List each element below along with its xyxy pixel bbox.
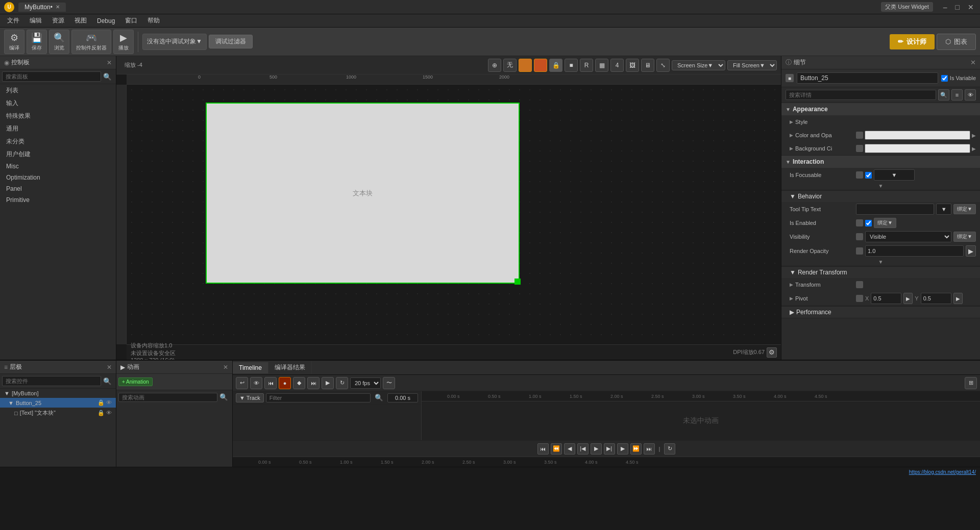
behavior-expand-arrow[interactable]: ▼ — [878, 259, 884, 265]
canvas-tool-none[interactable]: 无 — [503, 59, 517, 72]
color-opacity-dot[interactable] — [856, 132, 863, 139]
prev-key-button[interactable]: ⏪ — [551, 443, 562, 455]
layer-search-input[interactable] — [2, 376, 101, 386]
render-opacity-arrow[interactable]: ▶ — [966, 245, 976, 257]
transform-dot[interactable] — [856, 281, 863, 288]
pivot-y-input[interactable] — [921, 293, 951, 304]
curve-button[interactable]: 〜 — [383, 377, 395, 389]
layer-panel-close[interactable]: ✕ — [107, 364, 112, 371]
fps-select[interactable]: 20 fps — [350, 377, 381, 389]
add-key-button[interactable]: ◆ — [293, 377, 305, 389]
canvas-tool-lock[interactable]: 🔒 — [549, 59, 562, 72]
record-button[interactable]: ● — [279, 377, 291, 389]
canvas-tool-r[interactable]: R — [580, 59, 593, 72]
next-key-button[interactable]: ⏩ — [630, 443, 642, 455]
menu-window[interactable]: 窗口 — [120, 15, 142, 26]
pivot-x-arrow[interactable]: ▶ — [903, 293, 913, 304]
palette-search-button[interactable]: 🔍 — [101, 72, 114, 82]
canvas-tool-box[interactable]: ■ — [565, 59, 578, 72]
status-url[interactable]: https://blog.csdn.net/geralt14/ — [909, 469, 976, 475]
add-animation-button[interactable]: + Animation — [118, 377, 153, 386]
palette-item-uncategorized[interactable]: 未分类 — [0, 135, 116, 148]
layer-item-button25[interactable]: ▼ Button_25 🔒 👁 — [0, 398, 116, 408]
timeline-tab-compiler[interactable]: 编译器结果 — [268, 361, 312, 374]
widget-canvas-box[interactable]: 文本块 — [206, 103, 520, 284]
pivot-dot[interactable] — [856, 295, 863, 302]
track-time-input[interactable] — [387, 393, 418, 402]
loop-button[interactable]: ↻ — [336, 377, 348, 389]
bg-color-dot[interactable] — [856, 145, 863, 152]
prev-frame-ctrl-button[interactable]: |◀ — [577, 443, 589, 455]
compile-button[interactable]: ⚙ 编译 — [4, 30, 24, 54]
visibility-bind-button[interactable]: 绑定▼ — [953, 232, 976, 242]
designer-button[interactable]: ✏ 设计师 — [890, 34, 935, 49]
canvas-tool-color2[interactable] — [534, 59, 547, 72]
menu-edit[interactable]: 编辑 — [24, 15, 47, 26]
canvas-tool-grid[interactable]: ▦ — [595, 59, 608, 72]
appearance-section-header[interactable]: ▼ Appearance — [781, 103, 980, 115]
color-opacity-expand-button[interactable]: ▶ — [972, 133, 976, 138]
play-button[interactable]: ▶ 播放 — [113, 30, 134, 54]
pivot-x-input[interactable] — [871, 293, 901, 304]
next-button[interactable]: ▶ — [617, 443, 628, 455]
prev-button[interactable]: ◀ — [564, 443, 575, 455]
widget-name-input[interactable] — [797, 72, 938, 84]
canvas-tool-img[interactable]: 🖼 — [626, 59, 639, 72]
menu-file[interactable]: 文件 — [2, 15, 24, 26]
widget-resize-handle[interactable] — [514, 279, 521, 285]
palette-item-panel[interactable]: Panel — [0, 183, 116, 194]
prev-frame-button[interactable]: ⏮ — [264, 377, 277, 389]
palette-item-user-created[interactable]: 用户创建 — [0, 148, 116, 161]
minimize-btn[interactable]: – — [941, 3, 949, 11]
anim-panel-close[interactable]: ✕ — [223, 364, 228, 371]
is-enabled-bind-button[interactable]: 绑定▼ — [874, 218, 896, 228]
details-eye-button[interactable]: 👁 — [965, 89, 976, 100]
palette-item-effects[interactable]: 特殊效果 — [0, 110, 116, 122]
color-opacity-swatch[interactable] — [865, 131, 970, 140]
go-end-button[interactable]: ⏭ — [644, 443, 655, 455]
tab-close-btn[interactable]: ✕ — [56, 4, 60, 10]
canvas-tool-4[interactable]: 4 — [610, 59, 624, 72]
maximize-btn[interactable]: □ — [953, 3, 962, 11]
next-frame-ctrl-button[interactable]: ▶| — [604, 443, 615, 455]
debug-filter-button[interactable]: 调试过滤器 — [209, 35, 253, 48]
palette-item-common[interactable]: 通用 — [0, 122, 116, 135]
is-focusable-checkbox[interactable] — [865, 172, 872, 179]
canvas-tool-monitor[interactable]: 🖥 — [641, 59, 654, 72]
browse-button[interactable]: 🔍 浏览 — [49, 30, 69, 54]
timeline-expand-button[interactable]: ⊞ — [965, 377, 977, 389]
dpi-settings-button[interactable]: ⚙ — [767, 347, 777, 358]
menu-view[interactable]: 视图 — [69, 15, 92, 26]
undo-button[interactable]: ↩ — [236, 377, 248, 389]
fill-screen-dropdown[interactable]: Fill Screen▼ — [727, 60, 777, 70]
play-ctrl-button2[interactable]: ▶ — [591, 443, 602, 455]
anim-search-button[interactable]: 🔍 — [217, 392, 230, 402]
save-button[interactable]: 💾 保存 — [27, 30, 47, 54]
tooltip-text-input[interactable] — [856, 204, 934, 215]
palette-search-input[interactable] — [2, 71, 101, 82]
layer-item-mybtn[interactable]: ▼ [MyButton] — [0, 389, 116, 398]
menu-assets[interactable]: 资源 — [47, 15, 69, 26]
canvas-tool-color1[interactable] — [519, 59, 532, 72]
next-frame-button[interactable]: ⏭ — [307, 377, 320, 389]
render-opacity-input[interactable] — [865, 245, 964, 257]
palette-item-optimization[interactable]: Optimization — [0, 172, 116, 183]
is-focusable-dropdown[interactable]: ▼ — [874, 169, 915, 181]
bg-color-swatch[interactable] — [865, 144, 970, 153]
details-search-input[interactable] — [786, 90, 936, 100]
loop-ctrl-button[interactable]: ↻ — [664, 443, 675, 455]
palette-item-primitive[interactable]: Primitive — [0, 194, 116, 206]
tooltip-bind-button[interactable]: 绑定▼ — [953, 204, 976, 214]
track-dropdown-btn[interactable]: ▼ Track — [236, 393, 264, 402]
controller-reflector-button[interactable]: 🎮 控制件反射器 — [71, 30, 111, 54]
pivot-y-arrow[interactable]: ▶ — [953, 293, 963, 304]
menu-debug[interactable]: Debug — [92, 16, 120, 26]
go-start-button[interactable]: ⏮ — [537, 443, 549, 455]
details-search-button[interactable]: 🔍 — [938, 89, 949, 100]
tooltip-dropdown[interactable]: ▼ — [936, 204, 951, 215]
anim-search-input[interactable] — [118, 393, 217, 402]
is-enabled-checkbox[interactable] — [865, 220, 872, 226]
track-filter-input[interactable] — [266, 393, 371, 402]
is-variable-checkbox[interactable] — [941, 75, 948, 82]
track-search-button[interactable]: 🔍 — [373, 393, 385, 402]
